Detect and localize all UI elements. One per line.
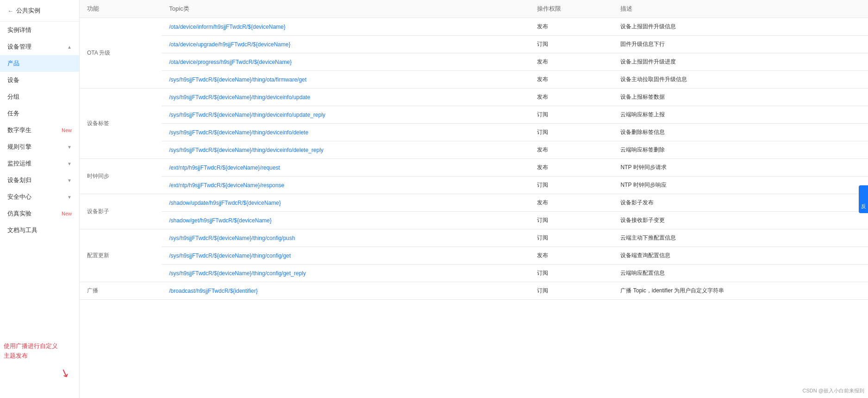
desc-cell: 云端响应标签上报 bbox=[613, 106, 868, 124]
topic-cell: /shadow/update/h9sjjFTwdcR/${deviceName} bbox=[162, 194, 530, 212]
operation-cell: 订阅 bbox=[530, 124, 613, 141]
desc-cell: 云端主动下推配置信息 bbox=[613, 229, 868, 247]
topic-cell: /ext/ntp/h9sjjFTwdcR/${deviceName}/reque… bbox=[162, 159, 530, 177]
category-cell: 广播 bbox=[80, 282, 162, 300]
sidebar-item-docs-tools[interactable]: 文档与工具 bbox=[0, 222, 79, 239]
sidebar-group-security-center[interactable]: 安全中心 ▼ bbox=[0, 189, 79, 205]
topic-cell: /ext/ntp/h9sjjFTwdcR/${deviceName}/respo… bbox=[162, 177, 530, 194]
sidebar-group-label: 规则引擎 bbox=[7, 143, 31, 151]
sidebar-item-simulation-lab[interactable]: 仿真实验 New bbox=[0, 205, 79, 222]
table-row: /sys/h9sjjFTwdcR/${deviceName}/thing/con… bbox=[80, 265, 868, 282]
table-row: OTA 升级/ota/device/inform/h9sjjFTwdcR/${d… bbox=[80, 18, 868, 36]
desc-cell: 云端响应标签删除 bbox=[613, 141, 868, 159]
chevron-down-icon: ▼ bbox=[67, 178, 72, 183]
operation-cell: 发布 bbox=[530, 71, 613, 88]
table-row: 广播/broadcast/h9sjjFTwdcR/${identifier}订阅… bbox=[80, 282, 868, 300]
sidebar-item-label: 数字孪生 bbox=[7, 126, 31, 134]
chevron-down-icon: ▼ bbox=[67, 145, 72, 150]
sidebar-group-device-filing[interactable]: 设备划归 ▼ bbox=[0, 172, 79, 189]
operation-cell: 发布 bbox=[530, 194, 613, 212]
desc-cell: 设备上报固件升级进度 bbox=[613, 53, 868, 71]
desc-cell: 设备上报标签数据 bbox=[613, 88, 868, 106]
watermark: CSDN @嵌入小白前来报到 bbox=[803, 387, 864, 394]
topic-cell: /broadcast/h9sjjFTwdcR/${identifier} bbox=[162, 282, 530, 300]
sidebar-item-label: 分组 bbox=[7, 93, 19, 101]
table-row: /sys/h9sjjFTwdcR/${deviceName}/thing/ota… bbox=[80, 71, 868, 88]
table-row: /ota/device/progress/h9sjjFTwdcR/${devic… bbox=[80, 53, 868, 71]
desc-cell: 设备上报固件升级信息 bbox=[613, 18, 868, 36]
topic-cell: /sys/h9sjjFTwdcR/${deviceName}/thing/dev… bbox=[162, 88, 530, 106]
sidebar-item-label: 仿真实验 bbox=[7, 209, 31, 218]
new-badge: New bbox=[62, 127, 72, 133]
sidebar-item-task[interactable]: 任务 bbox=[0, 105, 79, 122]
topic-cell: /ota/device/inform/h9sjjFTwdcR/${deviceN… bbox=[162, 18, 530, 36]
sidebar-group-label: 监控运维 bbox=[7, 159, 31, 168]
col-header-operation: 操作权限 bbox=[530, 0, 613, 18]
sidebar-item-digital-twin[interactable]: 数字孪生 New bbox=[0, 122, 79, 139]
table-row: /sys/h9sjjFTwdcR/${deviceName}/thing/dev… bbox=[80, 141, 868, 159]
topic-cell: /ota/device/progress/h9sjjFTwdcR/${devic… bbox=[162, 53, 530, 71]
annotation-arrow-icon: ↘ bbox=[58, 365, 71, 380]
sidebar-group-device-management[interactable]: 设备管理 ▲ bbox=[0, 38, 79, 55]
topic-cell: /sys/h9sjjFTwdcR/${deviceName}/thing/dev… bbox=[162, 106, 530, 124]
sidebar-item-label: 产品 bbox=[7, 59, 19, 68]
operation-cell: 发布 bbox=[530, 159, 613, 177]
table-row: /ota/device/upgrade/h9sjjFTwdcR/${device… bbox=[80, 36, 868, 53]
table-row: 配置更新/sys/h9sjjFTwdcR/${deviceName}/thing… bbox=[80, 229, 868, 247]
desc-cell: 设备端查询配置信息 bbox=[613, 247, 868, 265]
desc-cell: 广播 Topic，identifier 为用户自定义字符串 bbox=[613, 282, 868, 300]
table-row: /ext/ntp/h9sjjFTwdcR/${deviceName}/respo… bbox=[80, 177, 868, 194]
sidebar-group-rule-engine[interactable]: 规则引擎 ▼ bbox=[0, 139, 79, 155]
sidebar-item-group[interactable]: 分组 bbox=[0, 88, 79, 105]
table-row: /shadow/get/h9sjjFTwdcR/${deviceName}订阅设… bbox=[80, 212, 868, 229]
desc-cell: 云端响应配置信息 bbox=[613, 265, 868, 282]
sidebar-item-instance-detail[interactable]: 实例详情 bbox=[0, 22, 79, 38]
sidebar-item-product[interactable]: 产品 bbox=[0, 55, 79, 72]
topic-cell: /sys/h9sjjFTwdcR/${deviceName}/thing/con… bbox=[162, 229, 530, 247]
sidebar-group-label: 设备管理 bbox=[7, 43, 31, 51]
sidebar-back-label: 公共实例 bbox=[16, 6, 40, 15]
table-row: /sys/h9sjjFTwdcR/${deviceName}/thing/dev… bbox=[80, 106, 868, 124]
category-cell: 设备标签 bbox=[80, 88, 162, 159]
operation-cell: 订阅 bbox=[530, 177, 613, 194]
category-cell: 配置更新 bbox=[80, 229, 162, 282]
category-cell: OTA 升级 bbox=[80, 18, 162, 88]
operation-cell: 发布 bbox=[530, 141, 613, 159]
operation-cell: 订阅 bbox=[530, 36, 613, 53]
desc-cell: 设备影子发布 bbox=[613, 194, 868, 212]
sidebar-group-monitor-ops[interactable]: 监控运维 ▼ bbox=[0, 155, 79, 172]
desc-cell: NTP 时钟同步请求 bbox=[613, 159, 868, 177]
annotation-text: 使用广播进行自定义主题发布 bbox=[4, 341, 58, 361]
sidebar-item-device[interactable]: 设备 bbox=[0, 72, 79, 88]
topic-table-container: 功能 Topic类 操作权限 描述 OTA 升级/ota/device/info… bbox=[80, 0, 868, 398]
sidebar-group-label: 设备划归 bbox=[7, 176, 31, 184]
sidebar-item-label: 实例详情 bbox=[7, 26, 31, 34]
topic-cell: /shadow/get/h9sjjFTwdcR/${deviceName} bbox=[162, 212, 530, 229]
category-cell: 时钟同步 bbox=[80, 159, 162, 194]
operation-cell: 订阅 bbox=[530, 282, 613, 300]
sidebar-group-label: 安全中心 bbox=[7, 193, 31, 201]
sidebar-item-label: 任务 bbox=[7, 109, 19, 118]
chevron-up-icon: ▲ bbox=[67, 44, 72, 50]
table-row: /sys/h9sjjFTwdcR/${deviceName}/thing/con… bbox=[80, 247, 868, 265]
desc-cell: 设备接收影子变更 bbox=[613, 212, 868, 229]
table-row: 设备标签/sys/h9sjjFTwdcR/${deviceName}/thing… bbox=[80, 88, 868, 106]
topic-cell: /ota/device/upgrade/h9sjjFTwdcR/${device… bbox=[162, 36, 530, 53]
col-header-category: 功能 bbox=[80, 0, 162, 18]
topic-cell: /sys/h9sjjFTwdcR/${deviceName}/thing/ota… bbox=[162, 71, 530, 88]
back-arrow-icon: ← bbox=[7, 7, 13, 14]
operation-cell: 订阅 bbox=[530, 229, 613, 247]
operation-cell: 发布 bbox=[530, 247, 613, 265]
right-float-button[interactable]: 反 bbox=[859, 185, 868, 213]
sidebar-item-label: 文档与工具 bbox=[7, 226, 37, 234]
desc-cell: NTP 时钟同步响应 bbox=[613, 177, 868, 194]
category-cell: 设备影子 bbox=[80, 194, 162, 229]
topic-table: 功能 Topic类 操作权限 描述 OTA 升级/ota/device/info… bbox=[80, 0, 868, 300]
col-header-desc: 描述 bbox=[613, 0, 868, 18]
desc-cell: 固件升级信息下行 bbox=[613, 36, 868, 53]
sidebar: ← 公共实例 实例详情 设备管理 ▲ 产品 设备 分组 任务 数字孪生 New … bbox=[0, 0, 80, 398]
new-badge: New bbox=[62, 211, 72, 216]
sidebar-back-button[interactable]: ← 公共实例 bbox=[0, 0, 79, 22]
topic-cell: /sys/h9sjjFTwdcR/${deviceName}/thing/dev… bbox=[162, 124, 530, 141]
desc-cell: 设备主动拉取固件升级信息 bbox=[613, 71, 868, 88]
